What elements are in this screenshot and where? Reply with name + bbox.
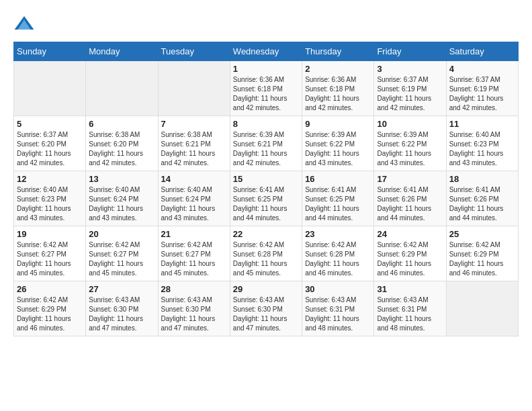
day-info: Sunrise: 6:40 AM Sunset: 6:23 PM Dayligh… — [449, 130, 515, 168]
calendar-cell: 15Sunrise: 6:41 AM Sunset: 6:25 PM Dayli… — [230, 171, 302, 226]
calendar-cell: 23Sunrise: 6:42 AM Sunset: 6:28 PM Dayli… — [302, 226, 374, 281]
logo-icon — [13, 13, 35, 35]
day-number: 27 — [89, 284, 154, 294]
calendar-cell: 7Sunrise: 6:38 AM Sunset: 6:21 PM Daylig… — [158, 116, 230, 171]
calendar-week-2: 5Sunrise: 6:37 AM Sunset: 6:20 PM Daylig… — [14, 116, 519, 171]
weekday-header-sunday: Sunday — [14, 42, 86, 61]
day-info: Sunrise: 6:39 AM Sunset: 6:22 PM Dayligh… — [377, 130, 443, 168]
day-info: Sunrise: 6:36 AM Sunset: 6:18 PM Dayligh… — [233, 75, 299, 113]
day-number: 14 — [161, 174, 227, 184]
calendar-cell: 2Sunrise: 6:36 AM Sunset: 6:18 PM Daylig… — [302, 61, 374, 116]
day-info: Sunrise: 6:43 AM Sunset: 6:30 PM Dayligh… — [233, 295, 299, 333]
weekday-header-wednesday: Wednesday — [230, 42, 302, 61]
calendar-week-5: 26Sunrise: 6:42 AM Sunset: 6:29 PM Dayli… — [14, 281, 519, 336]
day-number: 15 — [233, 174, 299, 184]
day-number: 4 — [449, 64, 515, 74]
day-info: Sunrise: 6:42 AM Sunset: 6:27 PM Dayligh… — [17, 240, 83, 278]
calendar-cell: 26Sunrise: 6:42 AM Sunset: 6:29 PM Dayli… — [14, 281, 86, 336]
calendar-cell — [86, 61, 158, 116]
calendar-cell — [14, 61, 86, 116]
calendar-cell: 29Sunrise: 6:43 AM Sunset: 6:30 PM Dayli… — [230, 281, 302, 336]
day-info: Sunrise: 6:40 AM Sunset: 6:23 PM Dayligh… — [17, 185, 83, 223]
weekday-header-thursday: Thursday — [302, 42, 374, 61]
day-number: 10 — [377, 119, 443, 129]
calendar-cell: 12Sunrise: 6:40 AM Sunset: 6:23 PM Dayli… — [14, 171, 86, 226]
day-info: Sunrise: 6:37 AM Sunset: 6:19 PM Dayligh… — [377, 75, 443, 113]
calendar-cell: 11Sunrise: 6:40 AM Sunset: 6:23 PM Dayli… — [446, 116, 518, 171]
day-number: 24 — [377, 229, 443, 239]
calendar-cell: 20Sunrise: 6:42 AM Sunset: 6:27 PM Dayli… — [86, 226, 158, 281]
calendar-cell: 25Sunrise: 6:42 AM Sunset: 6:29 PM Dayli… — [446, 226, 518, 281]
day-number: 2 — [305, 64, 371, 74]
day-info: Sunrise: 6:42 AM Sunset: 6:28 PM Dayligh… — [305, 240, 371, 278]
day-info: Sunrise: 6:37 AM Sunset: 6:19 PM Dayligh… — [449, 75, 515, 113]
calendar-cell: 18Sunrise: 6:41 AM Sunset: 6:26 PM Dayli… — [446, 171, 518, 226]
calendar-cell: 30Sunrise: 6:43 AM Sunset: 6:31 PM Dayli… — [302, 281, 374, 336]
day-number: 17 — [377, 174, 443, 184]
calendar-cell: 16Sunrise: 6:41 AM Sunset: 6:25 PM Dayli… — [302, 171, 374, 226]
day-number: 11 — [449, 119, 515, 129]
calendar-cell: 14Sunrise: 6:40 AM Sunset: 6:24 PM Dayli… — [158, 171, 230, 226]
calendar-cell: 5Sunrise: 6:37 AM Sunset: 6:20 PM Daylig… — [14, 116, 86, 171]
weekday-header-friday: Friday — [374, 42, 446, 61]
day-number: 8 — [233, 119, 299, 129]
calendar-cell: 17Sunrise: 6:41 AM Sunset: 6:26 PM Dayli… — [374, 171, 446, 226]
weekday-header-saturday: Saturday — [446, 42, 518, 61]
day-number: 16 — [305, 174, 371, 184]
day-info: Sunrise: 6:40 AM Sunset: 6:24 PM Dayligh… — [161, 185, 227, 223]
day-info: Sunrise: 6:42 AM Sunset: 6:28 PM Dayligh… — [233, 240, 299, 278]
calendar-cell: 1Sunrise: 6:36 AM Sunset: 6:18 PM Daylig… — [230, 61, 302, 116]
day-number: 26 — [17, 284, 83, 294]
day-info: Sunrise: 6:41 AM Sunset: 6:25 PM Dayligh… — [233, 185, 299, 223]
weekday-row: SundayMondayTuesdayWednesdayThursdayFrid… — [14, 42, 519, 61]
day-number: 29 — [233, 284, 299, 294]
day-info: Sunrise: 6:43 AM Sunset: 6:30 PM Dayligh… — [161, 295, 227, 333]
day-info: Sunrise: 6:42 AM Sunset: 6:27 PM Dayligh… — [161, 240, 227, 278]
calendar-cell: 27Sunrise: 6:43 AM Sunset: 6:30 PM Dayli… — [86, 281, 158, 336]
day-number: 18 — [449, 174, 515, 184]
calendar-cell: 31Sunrise: 6:43 AM Sunset: 6:31 PM Dayli… — [374, 281, 446, 336]
day-info: Sunrise: 6:42 AM Sunset: 6:29 PM Dayligh… — [17, 295, 83, 333]
day-info: Sunrise: 6:38 AM Sunset: 6:20 PM Dayligh… — [89, 130, 154, 168]
day-info: Sunrise: 6:43 AM Sunset: 6:31 PM Dayligh… — [305, 295, 371, 333]
calendar-header: SundayMondayTuesdayWednesdayThursdayFrid… — [14, 42, 519, 61]
day-number: 25 — [449, 229, 515, 239]
day-info: Sunrise: 6:43 AM Sunset: 6:30 PM Dayligh… — [89, 295, 154, 333]
calendar-cell: 4Sunrise: 6:37 AM Sunset: 6:19 PM Daylig… — [446, 61, 518, 116]
calendar-cell: 22Sunrise: 6:42 AM Sunset: 6:28 PM Dayli… — [230, 226, 302, 281]
day-number: 19 — [17, 229, 83, 239]
calendar-cell: 10Sunrise: 6:39 AM Sunset: 6:22 PM Dayli… — [374, 116, 446, 171]
calendar-week-3: 12Sunrise: 6:40 AM Sunset: 6:23 PM Dayli… — [14, 171, 519, 226]
calendar-cell — [158, 61, 230, 116]
day-number: 1 — [233, 64, 299, 74]
weekday-header-monday: Monday — [86, 42, 158, 61]
day-number: 12 — [17, 174, 83, 184]
calendar-cell: 21Sunrise: 6:42 AM Sunset: 6:27 PM Dayli… — [158, 226, 230, 281]
day-number: 3 — [377, 64, 443, 74]
calendar-cell: 9Sunrise: 6:39 AM Sunset: 6:22 PM Daylig… — [302, 116, 374, 171]
calendar-table: SundayMondayTuesdayWednesdayThursdayFrid… — [13, 42, 519, 336]
day-info: Sunrise: 6:42 AM Sunset: 6:27 PM Dayligh… — [89, 240, 154, 278]
day-info: Sunrise: 6:39 AM Sunset: 6:21 PM Dayligh… — [233, 130, 299, 168]
calendar-week-4: 19Sunrise: 6:42 AM Sunset: 6:27 PM Dayli… — [14, 226, 519, 281]
calendar-body: 1Sunrise: 6:36 AM Sunset: 6:18 PM Daylig… — [14, 61, 519, 336]
day-info: Sunrise: 6:39 AM Sunset: 6:22 PM Dayligh… — [305, 130, 371, 168]
day-info: Sunrise: 6:42 AM Sunset: 6:29 PM Dayligh… — [449, 240, 515, 278]
day-number: 23 — [305, 229, 371, 239]
day-info: Sunrise: 6:43 AM Sunset: 6:31 PM Dayligh… — [377, 295, 443, 333]
day-number: 13 — [89, 174, 154, 184]
calendar-cell: 19Sunrise: 6:42 AM Sunset: 6:27 PM Dayli… — [14, 226, 86, 281]
calendar-cell: 8Sunrise: 6:39 AM Sunset: 6:21 PM Daylig… — [230, 116, 302, 171]
day-info: Sunrise: 6:42 AM Sunset: 6:29 PM Dayligh… — [377, 240, 443, 278]
calendar-cell: 13Sunrise: 6:40 AM Sunset: 6:24 PM Dayli… — [86, 171, 158, 226]
day-number: 5 — [17, 119, 83, 129]
calendar-week-1: 1Sunrise: 6:36 AM Sunset: 6:18 PM Daylig… — [14, 61, 519, 116]
day-number: 21 — [161, 229, 227, 239]
day-info: Sunrise: 6:38 AM Sunset: 6:21 PM Dayligh… — [161, 130, 227, 168]
day-info: Sunrise: 6:41 AM Sunset: 6:25 PM Dayligh… — [305, 185, 371, 223]
day-number: 9 — [305, 119, 371, 129]
calendar-cell: 6Sunrise: 6:38 AM Sunset: 6:20 PM Daylig… — [86, 116, 158, 171]
day-number: 31 — [377, 284, 443, 294]
calendar-cell: 3Sunrise: 6:37 AM Sunset: 6:19 PM Daylig… — [374, 61, 446, 116]
day-info: Sunrise: 6:37 AM Sunset: 6:20 PM Dayligh… — [17, 130, 83, 168]
